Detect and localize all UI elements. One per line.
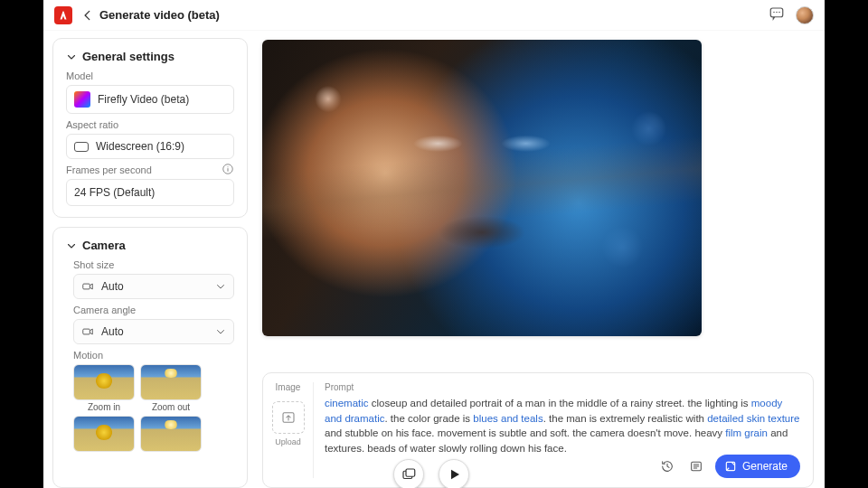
settings-sidebar: General settings Model Firefly Video (be… <box>52 38 248 488</box>
camera-icon <box>81 280 94 293</box>
svg-rect-8 <box>406 469 415 476</box>
upload-icon <box>280 409 297 426</box>
camera-angle-label: Camera angle <box>73 305 234 315</box>
play-button[interactable] <box>439 459 469 488</box>
image-stack-icon <box>401 466 417 483</box>
generate-button[interactable]: Generate <box>715 455 800 478</box>
back-button[interactable]: Generate video (beta) <box>81 8 220 22</box>
floating-controls <box>393 459 469 488</box>
fps-label: Frames per second <box>66 164 152 175</box>
upload-button[interactable] <box>272 401 305 434</box>
camera-toggle[interactable]: Camera <box>66 239 234 252</box>
aspect-ratio-selector[interactable]: Widescreen (16:9) <box>66 134 234 159</box>
upload-caption: Upload <box>275 437 301 446</box>
aspect-ratio-value: Widescreen (16:9) <box>96 140 184 153</box>
aspect-ratio-label: Aspect ratio <box>66 119 234 130</box>
svg-rect-2 <box>83 284 90 289</box>
user-avatar[interactable] <box>796 6 814 24</box>
preview-image <box>262 40 702 336</box>
shot-size-dropdown[interactable]: Auto <box>73 274 234 299</box>
firefly-icon <box>74 91 90 108</box>
play-icon <box>446 466 462 483</box>
general-settings-toggle[interactable]: General settings <box>66 50 234 63</box>
chevron-left-icon <box>81 9 94 22</box>
info-icon[interactable] <box>222 163 234 175</box>
camera-icon <box>81 325 94 338</box>
prompt-card: Image Upload Prompt cinematic closeup an… <box>262 372 814 488</box>
motion-zoom-in[interactable]: Zoom in <box>73 364 135 412</box>
page-title: Generate video (beta) <box>99 8 220 22</box>
motion-thumb <box>73 416 135 452</box>
image-upload-section: Image Upload <box>272 382 314 478</box>
camera-panel: Camera Shot size Auto Camera angle Auto <box>52 227 248 488</box>
model-selector[interactable]: Firefly Video (beta) <box>66 85 234 114</box>
general-settings-title: General settings <box>82 50 175 63</box>
motion-thumb <box>140 416 202 452</box>
general-settings-panel: General settings Model Firefly Video (be… <box>52 38 248 218</box>
image-label: Image <box>276 382 301 392</box>
model-value: Firefly Video (beta) <box>98 93 189 106</box>
feedback-button[interactable] <box>769 5 785 25</box>
top-bar: Generate video (beta) <box>43 0 825 31</box>
chevron-down-icon <box>66 52 77 62</box>
fps-selector[interactable]: 24 FPS (Default) <box>66 179 234 206</box>
history-icon <box>660 459 675 474</box>
motion-caption: Zoom out <box>152 402 190 412</box>
camera-title: Camera <box>82 239 126 252</box>
model-label: Model <box>66 70 234 81</box>
chevron-down-icon <box>215 326 226 337</box>
camera-angle-dropdown[interactable]: Auto <box>73 319 234 344</box>
adobe-logo <box>54 6 72 24</box>
chat-icon <box>769 5 785 22</box>
widescreen-icon <box>74 142 89 152</box>
history-button[interactable] <box>657 456 677 476</box>
svg-rect-3 <box>83 329 90 334</box>
fps-value: 24 FPS (Default) <box>74 186 155 199</box>
shot-size-value: Auto <box>101 280 124 293</box>
motion-option[interactable] <box>73 416 135 452</box>
motion-caption: Zoom in <box>88 402 120 412</box>
generate-label: Generate <box>742 460 788 473</box>
motion-label: Motion <box>73 350 234 361</box>
motion-option[interactable] <box>140 416 202 452</box>
compare-button[interactable] <box>393 459 424 488</box>
generate-icon <box>724 460 737 473</box>
prompt-input[interactable]: cinematic closeup and detailed portrait … <box>325 396 800 455</box>
motion-thumb <box>73 364 135 400</box>
motion-zoom-out[interactable]: Zoom out <box>140 364 202 412</box>
motion-thumb <box>140 364 202 400</box>
chevron-down-icon <box>215 281 226 292</box>
camera-angle-value: Auto <box>101 325 124 338</box>
sliders-icon <box>689 459 703 474</box>
settings-button[interactable] <box>686 456 706 476</box>
canvas-area: Image Upload Prompt cinematic closeup an… <box>262 38 825 488</box>
video-preview[interactable] <box>262 40 702 336</box>
chevron-down-icon <box>66 240 77 251</box>
prompt-label: Prompt <box>325 382 800 392</box>
shot-size-label: Shot size <box>73 259 234 270</box>
